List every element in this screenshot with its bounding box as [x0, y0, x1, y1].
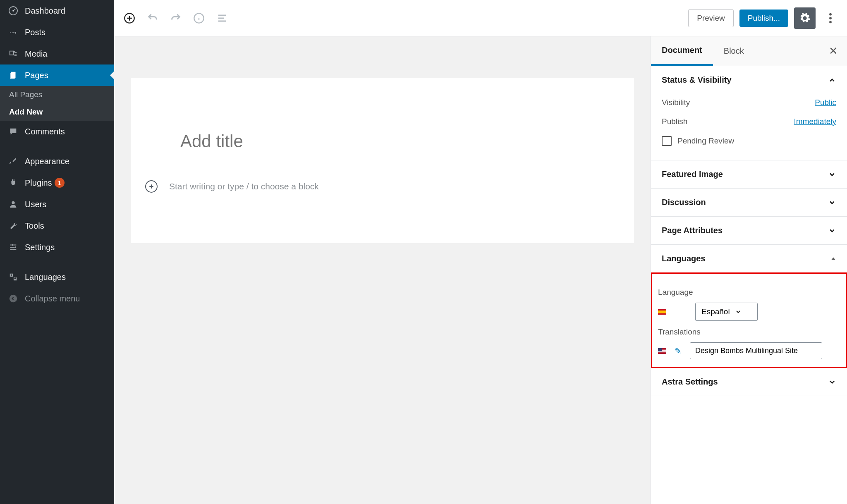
- pending-review-checkbox[interactable]: [662, 136, 672, 146]
- triangle-up-icon: [830, 256, 836, 262]
- sidebar-item-label: Appearance: [25, 157, 69, 166]
- editor-canvas: Start writing or type / to choose a bloc…: [131, 78, 634, 243]
- chevron-down-icon: [828, 227, 836, 235]
- sidebar-item-pages[interactable]: Pages: [0, 64, 114, 86]
- panel-discussion: Discussion: [651, 189, 847, 217]
- sliders-icon: [7, 241, 19, 253]
- translate-icon: [7, 271, 19, 283]
- panel-discussion-header[interactable]: Discussion: [662, 198, 836, 207]
- pages-icon: [7, 69, 19, 81]
- undo-button[interactable]: [145, 10, 160, 26]
- sidebar-item-comments[interactable]: Comments: [0, 121, 114, 142]
- brush-icon: [7, 155, 19, 167]
- main-area: Preview Publish... Start writing or type…: [114, 0, 847, 504]
- sidebar-item-settings[interactable]: Settings: [0, 236, 114, 258]
- flag-es-icon: [658, 309, 666, 315]
- editor-toolbar: Preview Publish...: [114, 0, 847, 36]
- panel-page-attr-header[interactable]: Page Attributes: [662, 226, 836, 235]
- sidebar-item-label: Pages: [25, 71, 48, 80]
- sidebar-item-label: Users: [25, 200, 46, 209]
- translations-label: Translations: [658, 327, 840, 337]
- pending-review-label: Pending Review: [677, 136, 734, 146]
- add-block-toolbar-button[interactable]: [122, 10, 137, 26]
- panel-languages: Languages: [651, 245, 847, 272]
- sidebar-item-appearance[interactable]: Appearance: [0, 150, 114, 172]
- language-select[interactable]: Español: [695, 303, 758, 321]
- tab-block[interactable]: Block: [713, 37, 755, 65]
- sidebar-item-posts[interactable]: Posts: [0, 21, 114, 43]
- add-block-inline-button[interactable]: [145, 180, 158, 193]
- publish-button[interactable]: Publish...: [739, 10, 788, 27]
- edit-translation-icon[interactable]: ✎: [675, 346, 682, 356]
- publish-value-link[interactable]: Immediately: [794, 117, 836, 126]
- svg-point-9: [12, 249, 14, 251]
- svg-point-13: [829, 13, 832, 15]
- panel-page-attributes: Page Attributes: [651, 217, 847, 245]
- more-options-button[interactable]: [821, 7, 840, 29]
- chevron-down-icon: [828, 170, 836, 179]
- sidebar-tabs: Document Block ✕: [651, 36, 847, 66]
- settings-toggle-button[interactable]: [794, 7, 816, 29]
- plug-icon: [7, 177, 19, 189]
- svg-point-6: [12, 201, 14, 204]
- svg-point-8: [15, 246, 17, 248]
- sidebar-item-users[interactable]: Users: [0, 193, 114, 215]
- sidebar-sub-all-pages[interactable]: All Pages: [0, 86, 114, 103]
- language-label: Language: [658, 288, 840, 297]
- sidebar-item-label: Plugins: [25, 178, 52, 188]
- panel-featured-image: Featured Image: [651, 160, 847, 189]
- sidebar-item-label: Collapse menu: [25, 294, 80, 303]
- panel-status-header[interactable]: Status & Visibility: [662, 75, 836, 85]
- sidebar-item-label: Media: [25, 49, 47, 59]
- svg-point-7: [12, 244, 13, 246]
- panel-languages-header[interactable]: Languages: [662, 254, 836, 263]
- chevron-down-icon: [828, 378, 836, 386]
- chevron-up-icon: [828, 76, 836, 84]
- sidebar-submenu-pages: All Pages Add New: [0, 86, 114, 121]
- close-sidebar-button[interactable]: ✕: [820, 45, 847, 57]
- visibility-value-link[interactable]: Public: [815, 98, 836, 107]
- sidebar-sub-add-new[interactable]: Add New: [0, 103, 114, 121]
- publish-label: Publish: [662, 117, 687, 126]
- outline-button[interactable]: [214, 10, 230, 26]
- wrench-icon: [7, 220, 19, 232]
- svg-rect-5: [10, 73, 15, 79]
- chevron-down-icon: [735, 308, 742, 315]
- sidebar-item-label: Dashboard: [25, 6, 65, 16]
- panel-status-visibility: Status & Visibility Visibility Public Pu…: [651, 66, 847, 160]
- sidebar-item-label: Settings: [25, 243, 55, 252]
- editor-canvas-area: Start writing or type / to choose a bloc…: [114, 36, 651, 504]
- panel-featured-header[interactable]: Featured Image: [662, 170, 836, 179]
- sidebar-item-languages[interactable]: Languages: [0, 266, 114, 288]
- tab-document[interactable]: Document: [651, 36, 713, 66]
- svg-point-14: [829, 17, 832, 19]
- document-sidebar: Document Block ✕ Status & Visibility Vis…: [651, 36, 847, 504]
- sidebar-item-label: Posts: [25, 28, 45, 37]
- plugins-badge: 1: [55, 178, 65, 188]
- redo-button[interactable]: [168, 10, 184, 26]
- svg-point-3: [14, 51, 15, 53]
- flag-us-icon: [658, 348, 666, 354]
- sidebar-item-media[interactable]: Media: [0, 43, 114, 64]
- sidebar-item-label: Comments: [25, 127, 65, 136]
- sidebar-item-label: Languages: [25, 272, 66, 282]
- pin-icon: [7, 26, 19, 38]
- sidebar-item-tools[interactable]: Tools: [0, 215, 114, 236]
- block-placeholder-text[interactable]: Start writing or type / to choose a bloc…: [169, 182, 319, 191]
- media-icon: [7, 48, 19, 60]
- sidebar-item-plugins[interactable]: Plugins 1: [0, 172, 114, 193]
- page-title-input[interactable]: [180, 131, 584, 151]
- svg-point-1: [12, 10, 14, 12]
- sidebar-item-dashboard[interactable]: Dashboard: [0, 0, 114, 21]
- sidebar-item-label: Tools: [25, 221, 44, 231]
- translation-input[interactable]: Design Bombs Multilingual Site: [690, 342, 822, 359]
- info-button[interactable]: [191, 10, 207, 26]
- svg-rect-2: [10, 51, 14, 55]
- visibility-label: Visibility: [662, 98, 690, 107]
- panel-astra-header[interactable]: Astra Settings: [662, 377, 836, 387]
- preview-button[interactable]: Preview: [688, 9, 734, 27]
- sidebar-collapse[interactable]: Collapse menu: [0, 288, 114, 309]
- dashboard-icon: [7, 5, 19, 17]
- comment-icon: [7, 126, 19, 137]
- chevron-down-icon: [828, 198, 836, 207]
